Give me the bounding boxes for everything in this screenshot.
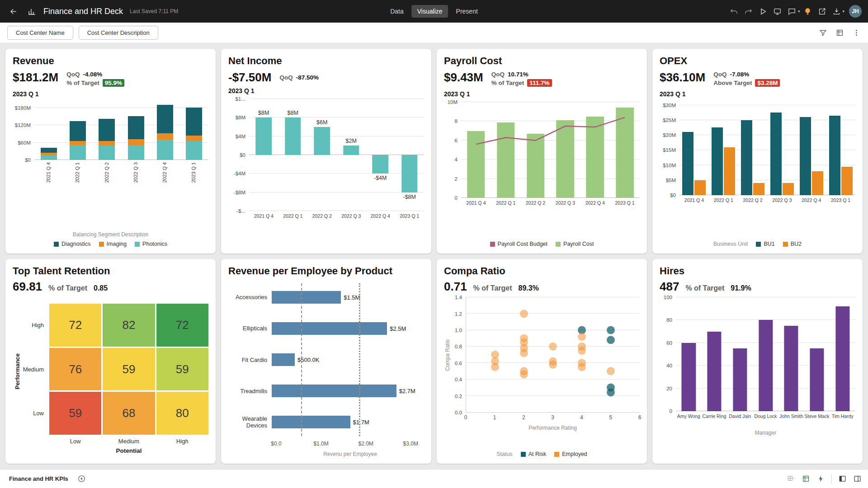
legend-item[interactable]: Payroll Cost [556,241,594,247]
legend-item[interactable]: Diagnostics [54,241,91,247]
heatmap-cell[interactable]: 76 [49,348,101,391]
card-top-talent-retention[interactable]: Top Talent Retention 69.81 % of Target 0… [5,259,216,464]
card-revenue[interactable]: Revenue $181.2M QoQ-4.08% % of Target95.… [5,49,216,253]
present-button[interactable] [771,5,784,18]
stacked-bar[interactable] [157,102,173,160]
heatmap-cell[interactable]: 59 [103,348,155,391]
bar-segment[interactable] [186,108,202,135]
bar-segment[interactable] [99,119,115,141]
legend-item[interactable]: Imaging [99,241,127,247]
save-caret-icon[interactable]: ▾ [842,9,844,14]
scatter-point[interactable] [578,363,586,371]
bar-segment[interactable] [157,133,173,140]
stacked-bar[interactable] [41,102,57,160]
redo-button[interactable] [742,5,755,18]
bar[interactable] [712,127,723,195]
heatmap-cell[interactable]: 72 [49,304,101,347]
bar[interactable] [812,171,823,195]
legend-item[interactable]: BU1 [756,241,774,247]
stacked-bar[interactable] [128,102,144,160]
bar[interactable] [835,306,849,411]
bar[interactable] [682,343,696,411]
card-opex[interactable]: OPEX $36.10M QoQ-7.08% Above Target$3.28… [652,49,863,253]
tab-data[interactable]: Data [384,5,410,18]
card-revenue-per-employee[interactable]: Revenue per Employee by Product Accessor… [221,259,431,464]
card-hires[interactable]: Hires 487 % of Target 91.9% 100806040200… [652,259,863,464]
bar[interactable] [343,145,359,155]
bar[interactable] [784,326,798,411]
save-button[interactable] [830,5,843,18]
tab-visualize[interactable]: Visualize [411,5,448,18]
bar[interactable] [373,155,388,174]
bar-segment[interactable] [99,145,115,160]
bar[interactable] [272,353,295,366]
bar[interactable] [401,155,417,192]
filter-button[interactable] [819,28,827,37]
bar-segment[interactable] [41,155,57,160]
scatter-point[interactable] [491,363,499,371]
bar[interactable] [707,332,721,411]
bar-segment[interactable] [70,121,86,141]
bar-segment[interactable] [128,145,144,160]
bar[interactable] [497,122,514,198]
scatter-point[interactable] [578,347,586,355]
panel-right-toggle[interactable] [853,474,862,483]
legend-item[interactable]: Payroll Cost Budget [490,241,547,247]
bar[interactable] [694,180,706,195]
tab-present[interactable]: Present [450,5,484,18]
bar[interactable] [759,320,773,411]
legend-item[interactable]: Employed [554,451,587,457]
auto-insights-button[interactable] [816,474,825,483]
comments-caret-icon[interactable]: ▾ [798,9,800,14]
legend-item[interactable]: At Risk [521,451,547,457]
scatter-point[interactable] [549,343,557,351]
card-payroll-cost[interactable]: Payroll Cost $9.43M QoQ10.71% % of Targe… [437,49,647,253]
bar[interactable] [800,117,811,195]
bar-segment[interactable] [157,140,173,160]
heatmap-cell[interactable]: 82 [103,304,155,347]
bar[interactable] [272,385,396,397]
bar[interactable] [724,147,735,195]
bar[interactable] [272,322,387,335]
insights-button[interactable] [801,5,814,18]
card-compa-ratio[interactable]: Compa Ratio 0.71 % of Target 89.3% Compa… [437,259,647,464]
stacked-bar[interactable] [186,102,202,160]
scatter-point[interactable] [578,333,586,341]
bar[interactable] [285,117,301,155]
bar-segment[interactable] [41,148,57,153]
comments-button[interactable] [785,5,799,18]
bar[interactable] [829,116,840,195]
bar[interactable] [272,291,341,304]
scatter-point[interactable] [520,310,528,318]
bar[interactable] [810,348,824,411]
export-button[interactable] [815,5,829,18]
bar[interactable] [753,183,764,195]
bar[interactable] [770,113,782,195]
scatter-point[interactable] [607,367,615,375]
bar-segment[interactable] [70,141,86,145]
scatter-point[interactable] [549,361,557,369]
user-avatar[interactable]: JH [849,5,862,18]
scatter-point[interactable] [520,349,528,357]
heatmap-cell[interactable]: 68 [103,392,155,435]
bar-segment[interactable] [157,105,173,133]
card-net-income[interactable]: Net Income -$7.50M QoQ-87.50% 2023 Q 1 $… [221,49,431,253]
canvas-tab-finance-hr-kpis[interactable]: Finance and HR KPIs [6,474,71,484]
scatter-point[interactable] [607,336,615,344]
add-canvas-button[interactable] [77,474,86,483]
bar[interactable] [741,120,752,195]
bar[interactable] [616,108,633,198]
bar[interactable] [682,132,693,195]
bar[interactable] [527,134,544,198]
bar[interactable] [783,183,794,195]
preview-button[interactable] [756,5,770,18]
heatmap-cell[interactable]: 72 [156,304,208,347]
bar[interactable] [314,127,330,155]
filter-chip-cost-center-description[interactable]: Cost Center Description [79,26,158,40]
legend-item[interactable]: BU2 [783,241,802,247]
bar-segment[interactable] [70,145,86,160]
bar-segment[interactable] [128,139,144,145]
data-settings-button[interactable] [835,28,844,37]
scatter-point[interactable] [607,326,615,334]
bar-segment[interactable] [186,141,202,160]
